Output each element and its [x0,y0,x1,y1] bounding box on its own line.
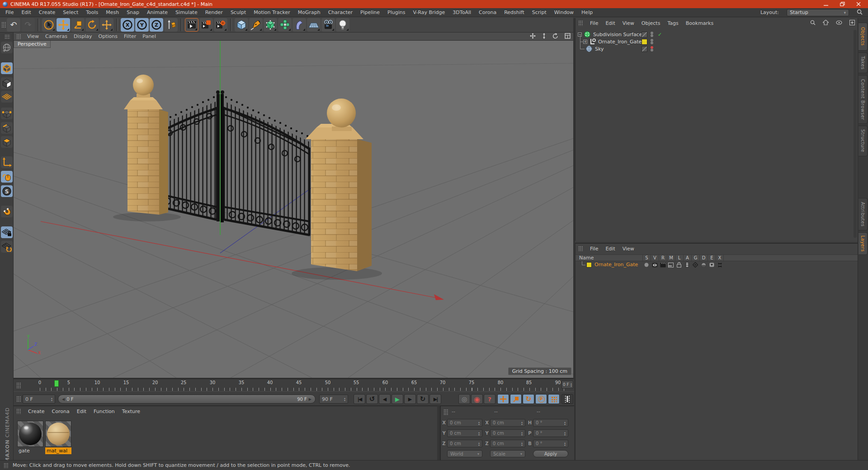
end-frame-field[interactable]: 90 F ▴▾ [319,395,348,404]
record-parameter-button[interactable]: P [535,394,547,404]
apply-button[interactable]: Apply [533,450,568,457]
play-backwards-button[interactable]: ↺ [366,394,378,404]
goto-end-button[interactable]: ▶| [429,394,441,404]
enable-snap-button[interactable] [1,206,13,217]
lm-menu-item[interactable]: Edit [605,246,615,252]
mat-menu-item[interactable]: Create [28,409,45,414]
viewport-menu-item[interactable]: Options [99,33,118,39]
size-z-field[interactable]: 0 cm▴▾ [490,440,525,447]
lock-toggle-icon[interactable] [675,262,683,268]
visibility-toggles[interactable] [651,46,654,52]
column-l[interactable]: L [675,255,683,262]
viewport-menu-handle[interactable] [16,34,21,39]
menu-item[interactable]: Plugins [387,9,405,15]
menu-item[interactable]: Character [328,9,353,15]
size-x-field[interactable]: 0 cm▴▾ [490,419,525,427]
object-row-ornate-iron-gate[interactable]: + Ornate_Iron_Gate [576,38,858,45]
menu-item[interactable]: Motion Tracker [254,9,290,15]
column-r[interactable]: R [659,255,667,262]
menu-item[interactable]: Render [205,9,223,15]
menu-item[interactable]: MoGraph [298,9,321,15]
menu-item[interactable]: Sculpt [231,9,246,15]
material-thumbnail-mat-wal[interactable] [45,421,71,447]
column-s[interactable]: S [642,255,651,262]
column-m[interactable]: M [667,255,675,262]
object-name[interactable]: Sky [595,46,604,52]
viewport-menu-item[interactable]: Panel [142,33,156,39]
lock-y-axis-button[interactable]: Y [135,18,149,32]
animation-palette-button[interactable] [561,394,573,404]
undo-button[interactable]: ↶ [7,18,20,32]
layer-swatch[interactable] [642,32,647,38]
material-name[interactable]: gate [17,447,43,454]
add-spline-pen-button[interactable] [249,18,263,32]
record-pla-button[interactable] [548,394,560,404]
add-camera-button[interactable] [321,18,335,32]
render-toggle-icon[interactable] [659,262,667,268]
material-thumbnail-gate[interactable] [17,421,43,447]
close-button[interactable] [852,0,865,8]
visibility-toggles[interactable] [651,31,654,38]
toolbar-drag-handle[interactable] [5,34,10,39]
menu-item[interactable]: 3DToAll [453,9,471,15]
panel-drag-handle[interactable] [443,409,448,415]
lock-x-axis-button[interactable]: X [121,18,134,32]
snap-settings-button[interactable]: S [1,185,13,197]
texture-mode-button[interactable] [1,77,13,89]
record-scale-button[interactable] [510,394,522,404]
range-left-arrow-icon[interactable]: ◀ [62,397,65,401]
mat-menu-item[interactable]: Corona [52,409,70,414]
menu-item[interactable]: Create [39,9,56,15]
minimize-button[interactable] [819,0,833,8]
stepper-icon[interactable]: ▴▾ [344,397,345,401]
stepper-icon[interactable]: ▴▾ [51,397,52,401]
column-a[interactable]: A [683,255,691,262]
search-icon[interactable] [857,9,863,16]
object-name[interactable]: Subdivision Surface [593,32,642,38]
coordinate-system-select[interactable]: World▾ [447,450,482,457]
add-object-icon[interactable] [849,20,855,27]
rotate-tool-button[interactable] [85,18,99,32]
menu-item[interactable]: Window [554,9,574,15]
viewport-solo-button[interactable] [1,171,13,183]
layout-select[interactable]: Startup ▾ [787,9,849,16]
viewport-menu-item[interactable]: View [27,33,39,39]
menu-item[interactable]: Edit [21,9,31,15]
layer-color-swatch[interactable] [586,262,592,268]
add-light-button[interactable] [336,18,349,32]
render-to-picture-viewer-button[interactable] [199,18,213,32]
loop-mode-button[interactable]: ↻ [417,394,429,404]
size-mode-select[interactable]: Scale▾ [490,450,525,457]
coordinate-system-button[interactable] [164,18,178,32]
workplane-align-button[interactable] [1,241,13,253]
solo-toggle-icon[interactable] [642,262,651,268]
menu-item[interactable]: Select [63,9,78,15]
column-d[interactable]: D [699,255,708,262]
viewport-menu-item[interactable]: Display [74,33,92,39]
redo-button[interactable]: ↷ [21,18,35,32]
make-editable-button[interactable] [1,42,13,53]
goto-start-button[interactable]: |◀ [354,394,365,404]
column-x[interactable]: X [716,255,724,262]
column-name[interactable]: Name [579,255,594,261]
live-selection-tool-button[interactable] [42,18,56,32]
tab-attributes[interactable]: Attributes [859,198,868,230]
record-keyframe-button[interactable]: ◎ [458,394,470,404]
scrollbar[interactable] [854,30,857,238]
play-forwards-button[interactable]: ▶ [392,394,403,404]
layer-swatch[interactable] [642,39,647,45]
tab-layers[interactable]: Layers [859,232,868,255]
path-up-icon[interactable] [823,20,829,27]
panel-drag-handle[interactable] [578,246,583,251]
viewport-menu-item[interactable]: Cameras [45,33,67,39]
points-mode-button[interactable] [1,108,13,119]
object-row-subdivision-surface[interactable]: − Subdivision Surface ✓ [576,31,858,38]
preview-range-slider[interactable]: ◀0 F 90 F▶ [58,395,316,404]
rotate-view-icon[interactable] [552,33,558,40]
xref-toggle-icon[interactable] [716,262,724,268]
om-menu-item[interactable]: View [623,20,634,26]
previous-frame-button[interactable]: ◀ [379,394,391,404]
current-frame-field[interactable]: 0 F ▴▾ [23,395,55,404]
menu-item[interactable]: Help [581,9,593,15]
visibility-filter-icon[interactable] [836,20,842,26]
